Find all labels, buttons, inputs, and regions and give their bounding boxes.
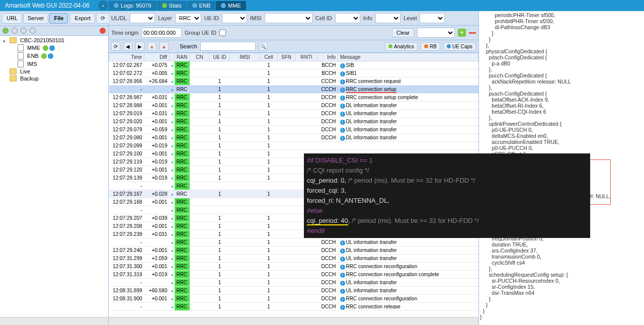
folder-icon xyxy=(10,68,17,74)
table-row[interactable]: 12:07:29.019+0.031▸RRC11DCCHiUL informat… xyxy=(109,110,478,118)
col-ueid[interactable]: UE ID xyxy=(210,53,230,61)
tab-mme-label: MME xyxy=(228,3,241,9)
page-icon xyxy=(18,44,24,51)
table-row[interactable]: 12:07:29.080+0.001▸RRC11DCCHiDL informat… xyxy=(109,134,478,142)
left-hscroll[interactable] xyxy=(0,317,108,325)
uldl-select[interactable] xyxy=(130,13,155,23)
group-ueid-label: Group UE ID xyxy=(185,30,216,36)
tree-enb[interactable]: ENB xyxy=(9,52,107,60)
code-line: #if DISABLE_CSI == 1 xyxy=(307,156,373,164)
code-line: cqi_period: 0, xyxy=(307,177,348,184)
table-row[interactable]: 12:07:29.020+0.001▸RRC11DCCHiDL informat… xyxy=(109,118,478,126)
cellid-select[interactable] xyxy=(335,13,360,23)
tab-enb-label: ENB xyxy=(199,3,211,9)
tab-stats[interactable]: Stats xyxy=(157,1,187,10)
col-sfn[interactable]: SFN xyxy=(278,53,295,61)
table-row[interactable]: 12:07:02.272+0.005▸RRC1BCCHiSIB1 xyxy=(109,69,478,77)
table-row[interactable]: -▸RRC11DCCHiRRC connection release xyxy=(109,303,478,311)
col-ran[interactable]: RAN xyxy=(175,53,190,61)
folder-icon xyxy=(10,37,17,43)
level-select[interactable] xyxy=(420,13,445,23)
server-button[interactable]: Server xyxy=(23,13,48,24)
info-select[interactable] xyxy=(375,13,400,23)
filter-preset-select[interactable] xyxy=(417,28,455,38)
reload-icon[interactable]: ⟳ xyxy=(111,42,120,51)
ueid-label: UE ID xyxy=(204,15,219,21)
enb-icon xyxy=(192,3,197,8)
col-message[interactable]: Message xyxy=(338,53,478,61)
group-ueid-checkbox[interactable] xyxy=(219,28,226,38)
search-icon[interactable]: 🔍 xyxy=(259,42,268,51)
clear-button[interactable]: Clear xyxy=(392,28,414,37)
folder-icon xyxy=(10,75,17,82)
tree-root[interactable]: CBC-2021050101 xyxy=(1,37,107,44)
col-imsi[interactable]: IMSI xyxy=(230,53,260,61)
col-cn[interactable]: CN xyxy=(190,53,210,61)
table-row[interactable]: 12:07:31.299+2.059▸RRC11DCCHiUL informat… xyxy=(109,255,478,263)
table-row[interactable]: 12:07:31.300+0.001▸RRC11DCCHiRRC connect… xyxy=(109,263,478,271)
analytics-button[interactable]: Analytics xyxy=(385,42,418,51)
rb-dot-icon xyxy=(424,44,428,48)
tree-backup[interactable]: Backup xyxy=(1,75,107,82)
tab-logs[interactable]: Logs: 95079 xyxy=(109,1,156,10)
tab-enb[interactable]: ENB xyxy=(187,1,216,10)
left-panel: URL Server File Export ⟳ CBC-2021050101 … xyxy=(0,11,109,325)
remove-filter-icon[interactable] xyxy=(469,32,476,34)
status-dot-2 xyxy=(21,28,27,34)
col-time[interactable]: Time xyxy=(109,53,144,61)
imsi-select[interactable] xyxy=(265,13,312,23)
badge-blue xyxy=(49,45,55,51)
center-panel: UL/DL LayerRRC UE ID IMSI Cell ID Info L… xyxy=(109,11,479,325)
table-row[interactable]: 12:07:31.319+0.019▸RRC11DCCHiRRC connect… xyxy=(109,271,478,279)
col-cell[interactable]: Cell xyxy=(260,53,278,61)
add-filter-icon[interactable]: + xyxy=(458,29,466,37)
center-hscroll[interactable] xyxy=(109,317,478,325)
table-row[interactable]: 12:07:28.987+0.031▸RRC11DCCHiRRC connect… xyxy=(109,94,478,102)
table-row[interactable]: 12:08:31.899+60.580▸RRC11DCCHiUL informa… xyxy=(109,287,478,295)
code-line: /* period (ms). Must be >= 32 for HD-FDD… xyxy=(348,177,475,184)
col-diff[interactable]: Diff xyxy=(144,53,170,61)
prev-icon[interactable]: ◀ xyxy=(123,42,132,51)
collapse-left-icon[interactable]: ‹ xyxy=(98,1,108,11)
table-row[interactable]: 12:07:28.956+26.684▸RRC11CCCHiRRC connec… xyxy=(109,77,478,86)
left-toolbar: URL Server File Export ⟳ xyxy=(0,11,108,26)
tree-live[interactable]: Live xyxy=(1,68,107,75)
col-rnti[interactable]: RNTI xyxy=(295,53,318,61)
table-row[interactable]: -▸RRC11DCCHiUL information transfer xyxy=(109,238,478,247)
table-row[interactable]: -▸RRC11DCCHiUL information transfer xyxy=(109,279,478,287)
close-icon[interactable] xyxy=(100,28,106,34)
table-row[interactable]: 12:08:31.900+0.001▸RRC11DCCHiRRC connect… xyxy=(109,295,478,303)
table-row[interactable]: 12:07:28.988+0.001▸RRC11DCCHiDL informat… xyxy=(109,102,478,110)
ueid-select[interactable] xyxy=(222,13,247,23)
table-row[interactable]: 12:07:29.099+0.019▸RRC11 xyxy=(109,142,478,150)
rb-button[interactable]: RB xyxy=(421,42,440,51)
table-row[interactable]: 12:07:29.079+0.059▸RRC11DCCHiUL informat… xyxy=(109,126,478,134)
level-label: Level xyxy=(404,15,417,21)
col-info[interactable]: Info xyxy=(318,53,338,61)
export-button[interactable]: Export xyxy=(70,13,95,24)
imsi-label: IMSI xyxy=(250,15,262,21)
layer-select[interactable]: RRC xyxy=(175,13,201,23)
tab-mme[interactable]: MME xyxy=(216,1,246,10)
code-line: forced_cqi: 3, xyxy=(307,187,346,194)
refresh-icon[interactable]: ⟳ xyxy=(96,13,110,24)
tree-mme[interactable]: MME xyxy=(9,44,107,52)
tree: CBC-2021050101 MME ENB IMS Live Backup xyxy=(0,36,108,317)
status-dot-1 xyxy=(12,28,18,34)
table-row[interactable]: 12:07:29.240+0.001▸RRC11DCCHiDL informat… xyxy=(109,247,478,255)
code-line: #else xyxy=(307,207,323,214)
url-button[interactable]: URL xyxy=(2,13,22,24)
table-row[interactable]: 12:07:02.267+0.075▸RRC1BCCHiSIB xyxy=(109,61,478,69)
search-input[interactable] xyxy=(200,42,256,51)
status-dot-green xyxy=(3,28,9,34)
left-status-bar xyxy=(0,26,108,36)
next-icon[interactable]: ▶ xyxy=(135,42,144,51)
table-row[interactable]: -▸RRC11CCCHiRRC connection setup xyxy=(109,86,478,94)
analytics-dot-icon xyxy=(388,44,392,48)
uecaps-button[interactable]: UE Caps xyxy=(443,42,476,51)
error-icon[interactable]: ▲ xyxy=(159,42,169,51)
tree-ims[interactable]: IMS xyxy=(9,60,107,68)
warn-icon[interactable]: ▲ xyxy=(147,42,156,51)
file-button[interactable]: File xyxy=(49,13,68,24)
time-origin-input[interactable] xyxy=(141,28,182,38)
